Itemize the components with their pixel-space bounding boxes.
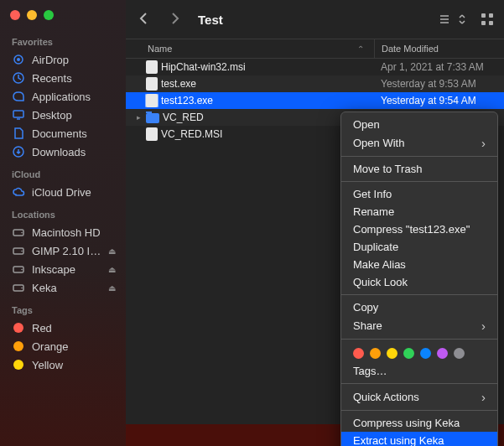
svg-rect-20 (489, 21, 493, 25)
file-row[interactable]: test.exeYesterday at 9:53 AM (126, 75, 504, 92)
sidebar-item[interactable]: AirDrop (0, 50, 126, 69)
context-menu-item[interactable]: Make Alias (341, 256, 497, 273)
nav-back-button[interactable] (138, 12, 151, 28)
sidebar-item[interactable]: Recents (0, 69, 126, 87)
menu-separator (341, 156, 497, 157)
context-menu-item[interactable]: Open With (341, 133, 497, 153)
svg-point-13 (21, 288, 23, 289)
svg-rect-18 (489, 13, 493, 18)
eject-icon[interactable]: ⏏ (108, 283, 116, 293)
file-icon (146, 77, 158, 91)
menu-separator (341, 339, 497, 340)
context-menu-label: Open (353, 118, 380, 131)
context-menu-label: Tags… (353, 365, 387, 377)
eject-icon[interactable]: ⏏ (108, 265, 116, 274)
tag-icon (12, 321, 25, 334)
context-menu: OpenOpen WithMove to TrashGet InfoRename… (340, 112, 498, 446)
tag-color-dot[interactable] (387, 348, 397, 359)
sidebar-item-label: GIMP 2.10 I… (32, 245, 101, 257)
tag-color-dot[interactable] (403, 348, 414, 359)
context-menu-label: Open With (353, 137, 404, 149)
menu-separator (341, 410, 497, 411)
sidebar-item-label: Documents (32, 127, 87, 140)
sidebar-item[interactable]: Yellow (0, 355, 126, 374)
file-date: Yesterday at 9:53 AM (374, 78, 504, 90)
context-menu-label: Get Info (353, 188, 392, 200)
sidebar-item[interactable]: Documents (0, 124, 126, 143)
file-icon (146, 94, 158, 107)
sidebar-item[interactable]: Macintosh HD (0, 223, 126, 241)
tag-color-dot[interactable] (353, 348, 364, 359)
context-menu-label: Extract using Keka (353, 434, 444, 446)
context-menu-label: Make Alias (353, 258, 406, 271)
context-menu-item[interactable]: Get Info (341, 185, 497, 203)
sidebar-item[interactable]: Keka⏏ (0, 278, 126, 297)
tag-icon (12, 358, 25, 371)
context-menu-item[interactable]: Rename (341, 203, 497, 220)
file-row[interactable]: HipChat-win32.msiApr 1, 2021 at 7:33 AM (126, 59, 504, 75)
sidebar-item-label: Red (32, 322, 52, 334)
context-menu-label: Copy (353, 301, 378, 314)
context-menu-item[interactable]: Compress using Keka (341, 414, 497, 432)
sidebar-item[interactable]: Inkscape⏏ (0, 260, 126, 278)
toolbar: Test (126, 0, 504, 39)
sidebar-item-label: Desktop (32, 109, 72, 122)
disk-icon (12, 262, 25, 276)
sidebar-item-label: Keka (32, 282, 57, 294)
context-menu-label: Share (353, 319, 382, 332)
close-window-button[interactable] (10, 10, 20, 20)
window-controls (0, 7, 126, 29)
apps-icon (12, 90, 25, 103)
clock-icon (12, 71, 25, 85)
sidebar-item[interactable]: Red (0, 319, 126, 337)
eject-icon[interactable]: ⏏ (108, 246, 116, 256)
context-menu-item[interactable]: Extract using Keka (341, 432, 497, 446)
context-menu-item[interactable]: Quick Look (341, 273, 497, 291)
context-menu-item[interactable]: Open (341, 116, 497, 133)
sidebar-item[interactable]: Desktop (0, 106, 126, 124)
file-icon (146, 127, 158, 141)
tag-color-dot[interactable] (454, 348, 465, 359)
file-row[interactable]: test123.exeYesterday at 9:54 AM (126, 92, 504, 109)
context-menu-label: Compress using Keka (353, 417, 460, 429)
sidebar-item-label: Recents (32, 72, 72, 85)
context-menu-label: Quick Actions (353, 391, 419, 403)
context-menu-item[interactable]: Quick Actions (341, 387, 497, 407)
context-menu-item[interactable]: Tags… (341, 362, 497, 380)
sidebar-item[interactable]: Orange (0, 337, 126, 355)
sidebar-item-label: Downloads (32, 146, 86, 158)
context-menu-item[interactable]: Copy (341, 298, 497, 316)
sidebar-item-label: Orange (32, 340, 68, 353)
chevron-right-icon[interactable]: ▸ (134, 113, 143, 122)
column-date[interactable]: Date Modified (374, 39, 504, 58)
sidebar-item[interactable]: GIMP 2.10 I…⏏ (0, 241, 126, 260)
minimize-window-button[interactable] (27, 10, 37, 20)
sidebar-section-header: Locations (0, 201, 126, 223)
cloud-icon (12, 185, 25, 199)
context-menu-item[interactable]: Share (341, 316, 497, 335)
column-name[interactable]: Name (126, 44, 374, 54)
desktop-icon (12, 108, 25, 122)
file-name: VC_RED (163, 112, 204, 123)
download-icon (12, 145, 25, 158)
sidebar-item-label: Inkscape (32, 263, 75, 276)
arrange-button[interactable] (481, 13, 494, 26)
context-menu-item[interactable]: Duplicate (341, 238, 497, 256)
context-menu-item[interactable]: Compress "test123.exe" (341, 220, 497, 238)
sidebar-section-header: Tags (0, 297, 126, 319)
sidebar-item[interactable]: Downloads (0, 143, 126, 161)
tag-color-dot[interactable] (420, 348, 431, 359)
tag-color-dot[interactable] (437, 348, 448, 359)
tag-color-dot[interactable] (370, 348, 381, 359)
svg-point-1 (17, 58, 20, 61)
nav-forward-button[interactable] (168, 12, 181, 28)
finder-window: FavoritesAirDropRecentsApplicationsDeskt… (0, 0, 504, 446)
disk-icon (12, 226, 25, 239)
sidebar-item[interactable]: Applications (0, 87, 126, 106)
svg-point-9 (21, 251, 23, 252)
view-options-button[interactable] (439, 13, 469, 26)
maximize-window-button[interactable] (44, 10, 54, 20)
context-menu-item[interactable]: Move to Trash (341, 160, 497, 178)
svg-rect-19 (481, 21, 486, 25)
sidebar-item[interactable]: iCloud Drive (0, 183, 126, 201)
